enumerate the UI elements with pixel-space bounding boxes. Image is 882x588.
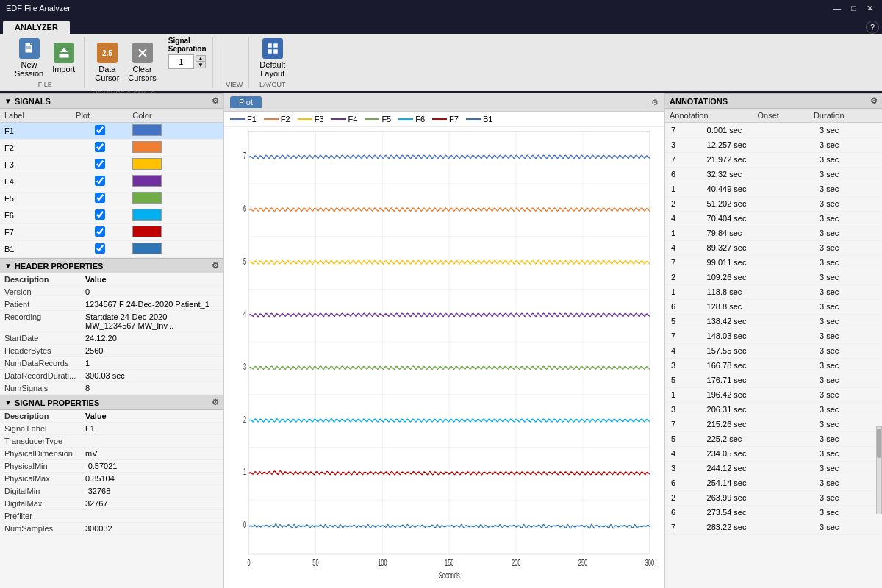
annotation-row: 5 138.42 sec 3 sec [665, 314, 882, 329]
header-prop-row: Version0 [0, 286, 223, 298]
data-cursor-icon: 2.5 [97, 43, 118, 63]
signal-row[interactable]: F4 [0, 173, 223, 190]
header-prop-value: Startdate 24-Dec-2020 MW_1234567 MW_Inv.… [81, 311, 223, 332]
header-prop-row: RecordingStartdate 24-Dec-2020 MW_123456… [0, 311, 223, 332]
import-button[interactable]: Import [49, 41, 78, 75]
new-session-button[interactable]: New Session [12, 37, 46, 79]
signal-prop-value: 300032 [81, 523, 223, 535]
annotation-row: 1 79.84 sec 3 sec [665, 226, 882, 240]
header-props-gear-icon[interactable]: ⚙ [212, 261, 219, 270]
annotation-row: 5 225.2 sec 3 sec [665, 431, 882, 446]
annotation-duration: 3 sec [814, 123, 882, 137]
x-axis-labels: 0 50 100 150 200 250 300 [248, 558, 655, 567]
signal-plot-cell[interactable] [71, 224, 128, 241]
plot-tab[interactable]: Plot [230, 96, 262, 108]
signal-plot-cell[interactable] [71, 140, 128, 157]
signal-row[interactable]: F2 [0, 140, 223, 157]
signal-row[interactable]: F6 [0, 207, 223, 224]
annotation-value: 1 [665, 182, 701, 196]
signal-row[interactable]: B1 [0, 241, 223, 258]
signals-gear-icon[interactable]: ⚙ [212, 96, 219, 106]
signal-plot-checkbox[interactable] [95, 159, 105, 169]
signals-col-plot: Plot [71, 109, 128, 123]
layout-buttons: Default Layout [257, 37, 288, 79]
maximize-button[interactable]: □ [848, 4, 859, 13]
signal-prop-row: PhysicalMax0.85104 [0, 473, 223, 485]
annotation-onset: 12.257 sec [701, 137, 814, 152]
signal-label-cell: F1 [0, 123, 71, 140]
signal-label-cell: F4 [0, 173, 71, 190]
signals-header: ▼ SIGNALS ⚙ [0, 93, 223, 109]
svg-rect-12 [273, 49, 278, 54]
legend-item: F1 [230, 115, 257, 123]
signal-plot-cell[interactable] [71, 207, 128, 224]
annotation-duration: 3 sec [814, 255, 882, 270]
annotations-header-left: ANNOTATIONS [670, 97, 728, 106]
signal-plot-checkbox[interactable] [95, 243, 105, 254]
spin-up[interactable]: ▲ [196, 55, 206, 62]
annotation-value: 4 [665, 343, 701, 358]
default-layout-button[interactable]: Default Layout [257, 37, 288, 79]
signal-prop-row: PhysicalDimensionmV [0, 448, 223, 460]
svg-text:150: 150 [445, 558, 454, 567]
eeg-chart: 7 6 5 4 3 2 1 0 0 50 100 150 [232, 127, 657, 582]
annotation-onset: 206.31 sec [701, 402, 814, 417]
close-button[interactable]: ✕ [864, 4, 876, 13]
spin-down[interactable]: ▼ [196, 62, 206, 68]
signal-row[interactable]: F1 [0, 123, 223, 140]
signal-plot-checkbox[interactable] [95, 142, 105, 152]
plot-header: Plot ⚙ [224, 93, 664, 112]
signal-color-box [132, 175, 162, 187]
signal-props-section-header: ▼ SIGNAL PROPERTIES ⚙ [0, 395, 223, 410]
header-props-collapse-icon[interactable]: ▼ [4, 262, 12, 270]
annotation-value: 4 [665, 240, 701, 255]
signal-plot-cell[interactable] [71, 241, 128, 258]
signal-row[interactable]: F7 [0, 224, 223, 241]
annotation-duration: 3 sec [814, 182, 882, 196]
annotation-row: 7 148.03 sec 3 sec [665, 329, 882, 343]
signal-plot-checkbox[interactable] [95, 226, 105, 237]
signal-plot-checkbox[interactable] [95, 176, 105, 186]
signal-props-label: SIGNAL PROPERTIES [15, 398, 99, 407]
signal-plot-cell[interactable] [71, 190, 128, 207]
signal-plot-cell[interactable] [71, 123, 128, 140]
svg-text:300: 300 [645, 558, 655, 567]
signal-plot-checkbox[interactable] [95, 209, 105, 220]
y-axis-labels: 7 6 5 4 3 2 1 0 [243, 151, 246, 530]
signal-plot-cell[interactable] [71, 173, 128, 190]
annotations-scroll[interactable]: 7 0.001 sec 3 sec 3 12.257 sec 3 sec 7 2… [665, 123, 882, 588]
signal-props-collapse-icon[interactable]: ▼ [4, 398, 12, 406]
tab-analyzer[interactable]: ANALYZER [3, 21, 70, 34]
annotation-value: 7 [665, 520, 701, 534]
signal-row[interactable]: F5 [0, 190, 223, 207]
header-prop-row: HeaderBytes2560 [0, 345, 223, 357]
minimize-button[interactable]: — [830, 4, 844, 13]
signals-tbody: F1 F2 F3 F4 F5 F6 F7 B1 [0, 123, 223, 258]
header-props-header-left: ▼ HEADER PROPERTIES [4, 262, 103, 270]
annotation-duration: 3 sec [814, 137, 882, 152]
signal-plot-cell[interactable] [71, 157, 128, 173]
header-prop-desc: NumDataRecords [0, 357, 81, 370]
signal-plot-checkbox[interactable] [95, 193, 105, 203]
header-prop-row: NumDataRecords1 [0, 357, 223, 370]
plot-chart-wrapper: 7 6 5 4 3 2 1 0 0 50 100 150 [224, 127, 664, 582]
signals-collapse-icon[interactable]: ▼ [4, 97, 12, 105]
signal-props-gear-icon[interactable]: ⚙ [212, 398, 219, 407]
signal-sep-field[interactable] [168, 54, 194, 69]
signal-plot-checkbox[interactable] [95, 125, 105, 135]
plot-gear-icon[interactable]: ⚙ [651, 98, 659, 107]
svg-text:6: 6 [243, 204, 246, 213]
clear-cursors-button[interactable]: Clear Cursors [125, 41, 159, 84]
annotation-value: 5 [665, 373, 701, 387]
annotation-row: 4 157.55 sec 3 sec [665, 343, 882, 358]
layout-group-label: LAYOUT [259, 81, 285, 88]
signal-row[interactable]: F3 [0, 157, 223, 173]
data-cursor-button[interactable]: 2.5 Data Cursor [92, 41, 122, 84]
signal-props-header-left: ▼ SIGNAL PROPERTIES [4, 398, 99, 407]
annotations-gear-icon[interactable]: ⚙ [870, 96, 878, 106]
view-group-label: VIEW [226, 81, 243, 88]
signal-prop-desc: DigitalMin [0, 485, 81, 498]
annotation-duration: 3 sec [814, 240, 882, 255]
help-button[interactable]: ? [866, 21, 879, 34]
signal-color-cell [128, 123, 223, 140]
